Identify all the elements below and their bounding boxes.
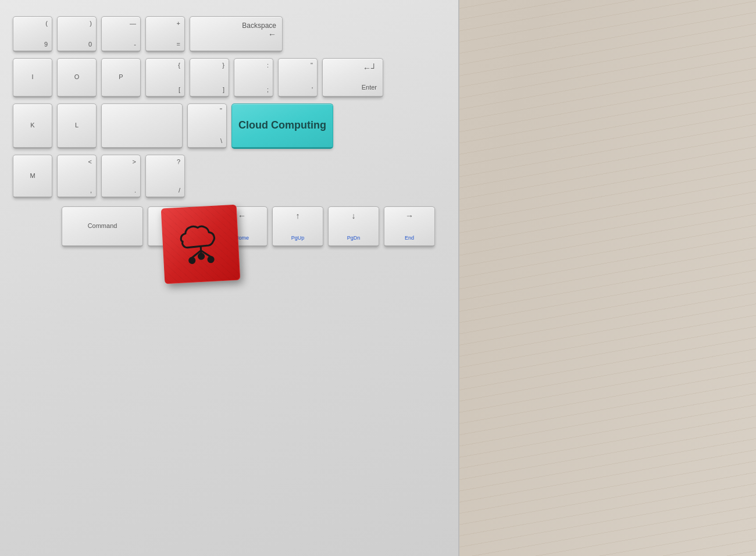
key-row-numbers: ( 9 ) 0 — - + = Backspace ← xyxy=(13,16,445,52)
key-enter-arrow: ←┘ xyxy=(363,63,377,73)
svg-line-2 xyxy=(201,250,211,258)
key-quote[interactable]: " ' xyxy=(278,58,318,98)
key-cloud-computing[interactable]: Cloud Computing xyxy=(231,104,333,149)
key-backspace-arrow: ← xyxy=(268,30,276,40)
key-quote-lower: ' xyxy=(312,86,313,93)
key-equals-lower: = xyxy=(177,41,180,48)
key-m[interactable]: M xyxy=(13,155,52,198)
key-i[interactable]: I xyxy=(13,58,52,98)
key-open-brace-lower: [ xyxy=(179,86,180,93)
key-enter-label: Enter xyxy=(362,84,377,91)
svg-point-4 xyxy=(198,254,204,259)
key-backslash-upper: " xyxy=(220,107,222,114)
key-command-label: Command xyxy=(88,222,117,230)
svg-line-0 xyxy=(201,247,201,254)
key-k[interactable]: K xyxy=(13,104,52,149)
key-0-upper: ) xyxy=(90,20,92,27)
key-comma-upper: < xyxy=(88,158,92,165)
key-backspace[interactable]: Backspace ← xyxy=(190,16,283,52)
key-o-label: O xyxy=(74,73,80,81)
key-minus[interactable]: — - xyxy=(101,16,141,52)
key-colon[interactable]: : ; xyxy=(234,58,273,98)
key-pgdn-label: PgDn xyxy=(347,235,361,241)
key-9-upper: ( xyxy=(45,20,48,27)
key-end-label: End xyxy=(405,235,414,241)
key-pgup-label: PgUp xyxy=(291,235,305,241)
key-l[interactable]: L xyxy=(57,104,97,149)
key-o[interactable]: O xyxy=(57,58,97,98)
key-slash-upper: ? xyxy=(177,158,180,165)
cloud-computing-label: Cloud Computing xyxy=(238,119,326,132)
key-pgdn-arrow: ↓ xyxy=(352,211,356,221)
key-m-label: M xyxy=(30,172,35,180)
svg-line-1 xyxy=(191,251,201,258)
key-close-brace[interactable]: } ] xyxy=(190,58,229,98)
key-0-lower: 0 xyxy=(88,41,92,48)
key-slash-lower: / xyxy=(179,187,180,194)
key-enter[interactable]: ←┘ Enter xyxy=(322,58,383,98)
key-comma[interactable]: < , xyxy=(57,155,97,198)
key-l-label: L xyxy=(75,122,79,129)
key-pgdn[interactable]: ↓ PgDn xyxy=(328,206,379,247)
key-minus-upper: — xyxy=(130,20,136,27)
key-open-brace[interactable]: { [ xyxy=(145,58,185,98)
red-cloud-block xyxy=(161,205,241,284)
key-0[interactable]: ) 0 xyxy=(57,16,97,52)
key-minus-lower: - xyxy=(134,41,136,48)
key-p[interactable]: P xyxy=(101,58,141,98)
key-close-brace-upper: } xyxy=(222,62,224,69)
key-slash[interactable]: ? / xyxy=(145,155,185,198)
key-colon-upper: : xyxy=(267,62,269,69)
key-comma-lower: , xyxy=(90,187,92,194)
key-9-lower: 9 xyxy=(44,41,48,48)
key-equals-upper: + xyxy=(177,20,180,27)
key-period-upper: > xyxy=(133,158,136,165)
key-pgup[interactable]: ↑ PgUp xyxy=(272,206,323,247)
key-9[interactable]: ( 9 xyxy=(13,16,52,52)
key-period-lower: . xyxy=(134,187,136,194)
key-row-m: M < , > . ? / xyxy=(13,155,445,198)
scene: ( 9 ) 0 — - + = Backspace ← xyxy=(0,0,756,556)
key-semicolon-wide[interactable] xyxy=(101,104,183,149)
key-colon-lower: ; xyxy=(267,86,269,93)
key-quote-upper: " xyxy=(311,62,313,69)
key-open-brace-upper: { xyxy=(178,62,180,69)
key-k-label: K xyxy=(30,122,34,129)
svg-point-5 xyxy=(208,256,213,262)
key-end[interactable]: → End xyxy=(384,206,435,247)
key-command[interactable]: Command xyxy=(62,206,143,247)
svg-point-3 xyxy=(190,258,195,263)
key-close-brace-lower: ] xyxy=(223,86,224,93)
key-p-label: P xyxy=(119,73,123,81)
key-row-kl: K L " \ Cloud Computing xyxy=(13,104,445,149)
key-row-iop: I O P { [ } ] : ; xyxy=(13,58,445,98)
key-home-arrow: ← xyxy=(238,211,246,221)
key-backslash[interactable]: " \ xyxy=(187,104,227,149)
key-period[interactable]: > . xyxy=(101,155,141,198)
key-equals[interactable]: + = xyxy=(145,16,185,52)
key-backslash-lower: \ xyxy=(220,137,222,144)
key-backspace-label: Backspace xyxy=(242,22,276,30)
cloud-network-icon xyxy=(173,217,229,272)
key-i-label: I xyxy=(31,73,33,81)
key-end-arrow: → xyxy=(405,211,413,221)
key-pgup-arrow: ↑ xyxy=(296,211,300,221)
